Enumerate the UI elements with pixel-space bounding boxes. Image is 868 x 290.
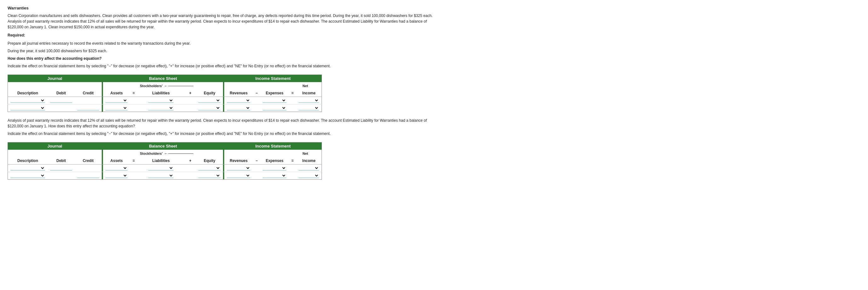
- income-dropdown-2-2[interactable]: + − NE: [299, 173, 319, 178]
- col-equals2-2: =: [289, 157, 296, 165]
- instruction2-1: Analysis of past warranty records indica…: [7, 118, 433, 129]
- equity-dropdown-1-1[interactable]: + − NE: [198, 98, 220, 103]
- bs-header-2: Balance Sheet: [103, 143, 223, 150]
- table-2: Journal Balance Sheet Income Statement S…: [7, 142, 322, 180]
- body-text: Clean Corporation manufactures and sells…: [7, 13, 433, 30]
- required-label: Required:: [7, 33, 433, 37]
- liabilities-dropdown-2-1[interactable]: + − NE: [148, 166, 174, 171]
- income-dropdown-2-1[interactable]: + − NE: [299, 166, 319, 171]
- col-expenses-2: Expenses: [260, 157, 289, 165]
- liabilities-dropdown-2-2[interactable]: + − NE: [148, 173, 174, 178]
- section-headers-row: Journal Balance Sheet Income Statement: [8, 75, 322, 82]
- credit-input-1-2[interactable]: [77, 106, 99, 110]
- revenues-dropdown-1-1[interactable]: + − NE: [227, 98, 250, 103]
- instruction-3: How does this entry affect the accountin…: [7, 56, 433, 61]
- col-income-2: Income: [296, 157, 322, 165]
- table-1: Journal Balance Sheet Income Statement S…: [7, 75, 322, 112]
- col-income-1: Income: [296, 89, 322, 97]
- accounting-table-1: Journal Balance Sheet Income Statement S…: [7, 75, 433, 112]
- col-equals2-1: =: [289, 89, 296, 97]
- col-equals-2: =: [130, 157, 137, 165]
- liabilities-dropdown-1-2[interactable]: + − NE: [148, 106, 174, 110]
- liabilities-dropdown-1-1[interactable]: + − NE: [148, 98, 174, 103]
- col-revenues-1: Revenues: [224, 89, 253, 97]
- expenses-dropdown-1-2[interactable]: + − NE: [263, 106, 286, 110]
- col-headers-row-1: Description Debit Credit Assets = Liabil…: [8, 89, 322, 97]
- col-equity-2: Equity: [196, 157, 223, 165]
- col-plus-1: +: [185, 89, 196, 97]
- col-assets-2: Assets: [103, 157, 130, 165]
- page-title: Warranties: [7, 6, 433, 10]
- journal-header-2: Journal: [8, 143, 102, 150]
- assets-dropdown-1-1[interactable]: + − NE: [105, 98, 128, 103]
- col-expenses-1: Expenses: [260, 89, 289, 97]
- income-dropdown-1-2[interactable]: + − NE: [299, 106, 319, 110]
- instruction2-2: Indicate the effect on financial stateme…: [7, 131, 433, 137]
- col-liabilities-1: Liabilities: [137, 89, 185, 97]
- col-revenues-2: Revenues: [224, 157, 253, 165]
- debit-input-1-1[interactable]: [50, 99, 72, 103]
- net-label-1: Net: [302, 83, 308, 88]
- assets-dropdown-2-1[interactable]: + − NE: [105, 166, 128, 171]
- expenses-dropdown-2-1[interactable]: + − NE: [263, 166, 286, 171]
- income-dropdown-1-1[interactable]: + − NE: [299, 98, 319, 103]
- accounting-table-2: Journal Balance Sheet Income Statement S…: [7, 142, 433, 180]
- assets-dropdown-1-2[interactable]: + − NE: [105, 106, 128, 110]
- col-description-1: Description: [8, 89, 48, 97]
- subheader-row-2: Stockholders' ← Net: [8, 150, 322, 157]
- table-row: + − NE + − NE: [8, 97, 322, 104]
- h-line-2: [168, 153, 193, 154]
- instruction-1: Prepare all journal entries necessary to…: [7, 41, 433, 46]
- revenues-dropdown-1-2[interactable]: + − NE: [227, 106, 250, 110]
- desc-dropdown-2-1[interactable]: + − NE: [10, 166, 45, 171]
- col-plus-2: +: [185, 157, 196, 165]
- stockholders-label-2: Stockholders': [140, 151, 162, 156]
- col-description-2: Description: [8, 157, 48, 165]
- col-debit-2: Debit: [48, 157, 75, 165]
- desc-dropdown-1-1[interactable]: + − NE: [10, 98, 45, 103]
- col-equity-1: Equity: [196, 89, 223, 97]
- col-credit-2: Credit: [75, 157, 102, 165]
- instruction-2: During the year, it sold 100,000 dishwas…: [7, 48, 433, 54]
- arrow-line-1: ←: [164, 83, 168, 88]
- table-row: + − NE + − NE: [8, 165, 322, 172]
- col-minus-2: −: [253, 157, 260, 165]
- col-minus-1: −: [253, 89, 260, 97]
- col-assets-1: Assets: [103, 89, 130, 97]
- equity-dropdown-2-2[interactable]: + − NE: [198, 173, 220, 178]
- desc-dropdown-2-2[interactable]: + − NE: [10, 173, 45, 178]
- net-label-2: Net: [302, 151, 308, 156]
- instruction-4: Indicate the effect on financial stateme…: [7, 63, 433, 69]
- is-header-2: Income Statement: [224, 143, 322, 150]
- col-debit-1: Debit: [48, 89, 75, 97]
- bs-header-1: Balance Sheet: [103, 75, 223, 82]
- expenses-dropdown-2-2[interactable]: + − NE: [263, 173, 286, 178]
- is-header-1: Income Statement: [224, 75, 322, 82]
- equity-dropdown-1-2[interactable]: + − NE: [198, 106, 220, 110]
- table-row: + − NE + − NE: [8, 104, 322, 112]
- desc-dropdown-1-2[interactable]: + − NE: [10, 106, 45, 110]
- section-headers-row-2: Journal Balance Sheet Income Statement: [8, 143, 322, 150]
- subheader-row-1: Stockholders' ← Net: [8, 82, 322, 89]
- col-credit-1: Credit: [75, 89, 102, 97]
- h-line-1: [168, 86, 193, 86]
- stockholders-label-1: Stockholders': [140, 83, 162, 88]
- credit-input-2-2[interactable]: [77, 174, 99, 178]
- col-headers-row-2: Description Debit Credit Assets = Liabil…: [8, 157, 322, 165]
- expenses-dropdown-1-1[interactable]: + − NE: [263, 98, 286, 103]
- revenues-dropdown-2-2[interactable]: + − NE: [227, 173, 250, 178]
- journal-header-1: Journal: [8, 75, 102, 82]
- col-equals-1: =: [130, 89, 137, 97]
- equity-dropdown-2-1[interactable]: + − NE: [198, 166, 220, 171]
- debit-input-2-1[interactable]: [50, 167, 72, 171]
- arrow-line-2: ←: [164, 151, 168, 156]
- table-row: + − NE + − NE: [8, 172, 322, 180]
- revenues-dropdown-2-1[interactable]: + − NE: [227, 166, 250, 171]
- assets-dropdown-2-2[interactable]: + − NE: [105, 173, 128, 178]
- col-liabilities-2: Liabilities: [137, 157, 185, 165]
